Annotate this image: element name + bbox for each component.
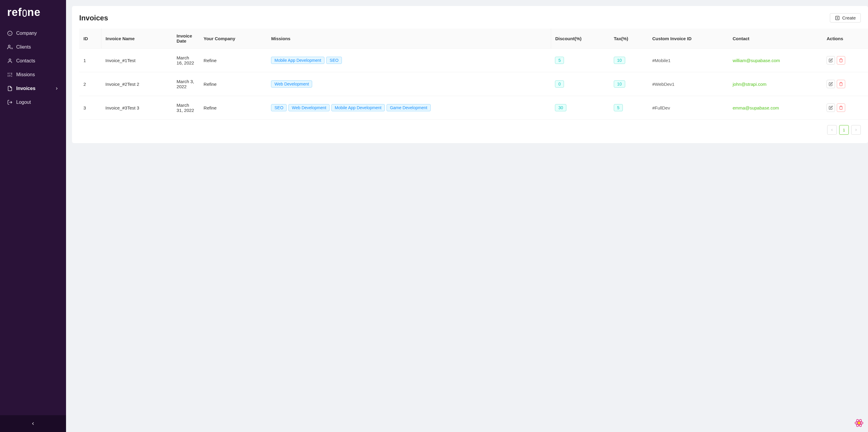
plus-square-icon [835, 15, 840, 21]
sliders-icon [7, 72, 12, 77]
cell-name: Invoice_#2Test 2 [101, 72, 172, 96]
tax-badge: 10 [614, 57, 625, 64]
svg-point-3 [8, 45, 10, 47]
cell-custom-id: #WebDev1 [648, 72, 728, 96]
cell-company: Refine [199, 72, 267, 96]
person-icon [7, 58, 12, 64]
invoices-card: Invoices Create ID Invoice Name Invoice … [72, 6, 868, 143]
col-contact[interactable]: Contact [728, 29, 823, 48]
discount-badge: 30 [555, 104, 566, 111]
mission-tag: SEO [326, 57, 342, 64]
contact-email[interactable]: william@supabase.com [733, 58, 780, 63]
sidebar-item-label: Contacts [16, 58, 35, 64]
main-content: Invoices Create ID Invoice Name Invoice … [66, 0, 868, 432]
cell-date: March 31, 2022 [172, 96, 199, 120]
edit-icon [829, 82, 833, 86]
delete-button[interactable] [837, 56, 845, 65]
edit-button[interactable] [827, 56, 835, 65]
chevron-right-icon [854, 128, 858, 132]
cell-company: Refine [199, 96, 267, 120]
pager-prev[interactable] [827, 125, 837, 135]
col-missions[interactable]: Missions [267, 29, 551, 48]
cell-date: March 16, 2022 [172, 48, 199, 72]
sidebar-item-label: Company [16, 31, 37, 36]
sidebar-item-logout[interactable]: Logout [0, 95, 66, 109]
cell-name: Invoice_#1Test [101, 48, 172, 72]
person-group-icon [7, 44, 12, 50]
sidebar-item-missions[interactable]: Missions [0, 68, 66, 81]
devtools-icon[interactable] [854, 418, 864, 428]
col-custom-id[interactable]: Custom Invoice ID [648, 29, 728, 48]
cell-id: 3 [79, 96, 101, 120]
sidebar-item-label: Logout [16, 100, 31, 105]
mission-tag: Web Development [271, 80, 312, 88]
sidebar-item-label: Clients [16, 44, 31, 50]
create-button[interactable]: Create [830, 13, 861, 23]
cell-discount: 0 [551, 72, 610, 96]
cell-contact: john@strapi.com [728, 72, 823, 96]
cell-id: 2 [79, 72, 101, 96]
sidebar-item-invoices[interactable]: Invoices [0, 81, 66, 95]
logout-icon [7, 100, 12, 105]
edit-button[interactable] [827, 103, 835, 112]
chevron-right-icon [55, 87, 59, 91]
cell-discount: 5 [551, 48, 610, 72]
info-icon [7, 31, 12, 36]
create-button-label: Create [842, 15, 856, 21]
cell-missions: Web Development [267, 72, 551, 96]
sidebar-item-label: Missions [16, 72, 35, 77]
edit-icon [829, 58, 833, 62]
cell-missions: SEO Web Development Mobile App Developme… [267, 96, 551, 120]
cell-missions: Mobile App Development SEO [267, 48, 551, 72]
sidebar: refne Company Clients Contacts [0, 0, 66, 432]
sidebar-item-clients[interactable]: Clients [0, 40, 66, 54]
sidebar-item-company[interactable]: Company [0, 26, 66, 40]
cell-tax: 10 [610, 48, 648, 72]
contact-email[interactable]: john@strapi.com [733, 81, 767, 87]
col-date[interactable]: Invoice Date [172, 29, 199, 48]
col-discount[interactable]: Discount(%) [551, 29, 610, 48]
table-row: 3Invoice_#3Test 3March 31, 2022RefineSEO… [79, 96, 868, 120]
cell-company: Refine [199, 48, 267, 72]
mission-tag: Web Development [288, 104, 330, 111]
discount-badge: 0 [555, 80, 564, 88]
cell-contact: william@supabase.com [728, 48, 823, 72]
col-actions[interactable]: Actions [823, 29, 868, 48]
col-tax[interactable]: Tax(%) [610, 29, 648, 48]
logo: refne [0, 0, 66, 25]
chevron-left-icon [31, 421, 35, 426]
delete-button[interactable] [837, 80, 845, 88]
table-row: 2Invoice_#2Test 2March 3, 2022RefineWeb … [79, 72, 868, 96]
cell-actions [823, 96, 868, 120]
edit-button[interactable] [827, 80, 835, 88]
cell-contact: emma@supabase.com [728, 96, 823, 120]
cell-discount: 30 [551, 96, 610, 120]
cell-id: 1 [79, 48, 101, 72]
file-icon [7, 86, 12, 91]
sidebar-collapse[interactable] [0, 415, 66, 432]
cell-name: Invoice_#3Test 3 [101, 96, 172, 120]
col-id[interactable]: ID [79, 29, 101, 48]
cell-tax: 10 [610, 72, 648, 96]
pager-next[interactable] [851, 125, 861, 135]
discount-badge: 5 [555, 57, 564, 64]
svg-point-4 [9, 59, 11, 61]
mission-tag: Game Development [386, 104, 431, 111]
mission-tag: Mobile App Development [271, 57, 324, 64]
cell-date: March 3, 2022 [172, 72, 199, 96]
col-company[interactable]: Your Company [199, 29, 267, 48]
table-row: 1Invoice_#1TestMarch 16, 2022RefineMobil… [79, 48, 868, 72]
contact-email[interactable]: emma@supabase.com [733, 105, 779, 110]
delete-button[interactable] [837, 103, 845, 112]
col-name[interactable]: Invoice Name [101, 29, 172, 48]
chevron-left-icon [830, 128, 834, 132]
trash-icon [839, 82, 843, 86]
cell-custom-id: #Mobile1 [648, 48, 728, 72]
edit-icon [829, 106, 833, 110]
mission-tag: SEO [271, 104, 287, 111]
cell-actions [823, 48, 868, 72]
trash-icon [839, 106, 843, 110]
sidebar-item-contacts[interactable]: Contacts [0, 54, 66, 68]
sidebar-item-label: Invoices [16, 86, 35, 91]
pager-page-1[interactable]: 1 [839, 125, 849, 135]
